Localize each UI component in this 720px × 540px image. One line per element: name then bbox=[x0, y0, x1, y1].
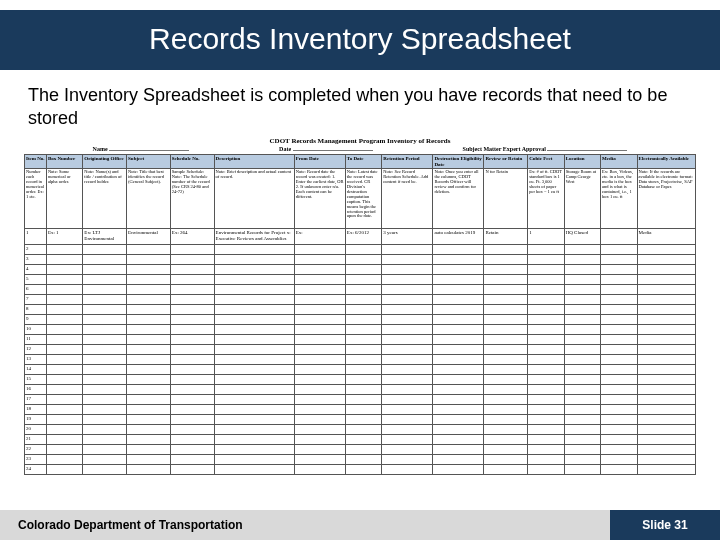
table-header-row: Item No. Box Number Originating Office S… bbox=[25, 155, 696, 169]
table-row: 21 bbox=[25, 435, 696, 445]
table-row: 15 bbox=[25, 375, 696, 385]
sheet-title: CDOT Records Management Program Inventor… bbox=[24, 137, 696, 145]
table-row: 11 bbox=[25, 335, 696, 345]
sheet-meta-row: Name Date Subject Matter Expert Approval bbox=[24, 146, 696, 152]
table-row: 19 bbox=[25, 415, 696, 425]
col-from-date: From Date bbox=[294, 155, 345, 169]
meta-name-label: Name bbox=[93, 146, 108, 152]
table-row: 20 bbox=[25, 425, 696, 435]
table-row: 24 bbox=[25, 465, 696, 475]
table-row: 18 bbox=[25, 405, 696, 415]
title-bar: Records Inventory Spreadsheet bbox=[0, 10, 720, 70]
table-row: 2 bbox=[25, 245, 696, 255]
guide-row: Number each record in numerical order. E… bbox=[25, 169, 696, 229]
col-location: Location bbox=[564, 155, 600, 169]
col-orig-office: Originating Office bbox=[83, 155, 127, 169]
meta-sme-label: Subject Matter Expert Approval bbox=[463, 146, 546, 152]
footer: Colorado Department of Transportation Sl… bbox=[0, 510, 720, 540]
table-row: 23 bbox=[25, 455, 696, 465]
table-row: 3 bbox=[25, 255, 696, 265]
table-row: 13 bbox=[25, 355, 696, 365]
col-subject: Subject bbox=[127, 155, 171, 169]
table-row: 6 bbox=[25, 285, 696, 295]
table-row: 10 bbox=[25, 325, 696, 335]
col-schedule: Schedule No. bbox=[170, 155, 214, 169]
table-row: 1 Ex: 1 Ex: LTJ Environmental Environmen… bbox=[25, 229, 696, 245]
col-to-date: To Date bbox=[345, 155, 381, 169]
col-description: Description bbox=[214, 155, 294, 169]
spreadsheet-image: CDOT Records Management Program Inventor… bbox=[0, 131, 720, 475]
table-row: 7 bbox=[25, 295, 696, 305]
table-row: 9 bbox=[25, 315, 696, 325]
table-row: 14 bbox=[25, 365, 696, 375]
page-title: Records Inventory Spreadsheet bbox=[0, 22, 720, 56]
table-row: 16 bbox=[25, 385, 696, 395]
col-electronic: Electronically Available bbox=[637, 155, 695, 169]
table-body: Number each record in numerical order. E… bbox=[25, 169, 696, 475]
table-row: 22 bbox=[25, 445, 696, 455]
footer-org: Colorado Department of Transportation bbox=[0, 510, 610, 540]
table-row: 8 bbox=[25, 305, 696, 315]
col-retention: Retention Period bbox=[382, 155, 433, 169]
table-row: 4 bbox=[25, 265, 696, 275]
footer-slide-number: Slide 31 bbox=[610, 510, 720, 540]
table-row: 12 bbox=[25, 345, 696, 355]
col-cubic-feet: Cubic Feet bbox=[528, 155, 564, 169]
inventory-table: Item No. Box Number Originating Office S… bbox=[24, 154, 696, 475]
table-row: 5 bbox=[25, 275, 696, 285]
meta-date-label: Date bbox=[279, 146, 291, 152]
table-row: 17 bbox=[25, 395, 696, 405]
col-item-no: Item No. bbox=[25, 155, 47, 169]
col-destruct-date: Destruction Eligibility Date bbox=[433, 155, 484, 169]
col-review-retain: Review or Retain bbox=[484, 155, 528, 169]
description-text: The Inventory Spreadsheet is completed w… bbox=[0, 70, 720, 131]
col-box-number: Box Number bbox=[46, 155, 82, 169]
col-media: Media bbox=[601, 155, 637, 169]
